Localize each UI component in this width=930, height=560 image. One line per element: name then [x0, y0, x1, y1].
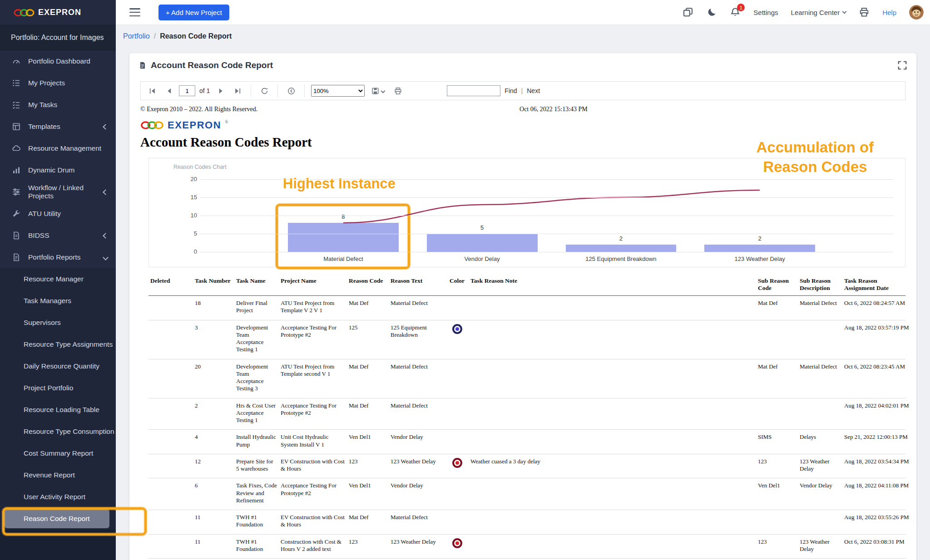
sidebar-item-resource-loading-table[interactable]: Resource Loading Table: [0, 399, 116, 421]
sidebar-item-project-portfolio[interactable]: Project Portfolio: [0, 377, 116, 399]
windows-icon[interactable]: [683, 7, 693, 18]
chart-bar: [704, 245, 815, 252]
y-axis-tick-label: 15: [153, 194, 197, 201]
sidebar-item-supervisors[interactable]: Supervisors: [0, 312, 116, 334]
cell-task-number: 18: [193, 296, 234, 320]
print-icon[interactable]: [859, 7, 870, 18]
chart-icon: [12, 166, 22, 175]
cell-reason-text: Vendor Delay: [389, 430, 448, 454]
breadcrumb-portfolio-link[interactable]: Portfolio: [123, 32, 150, 40]
first-page-button[interactable]: [145, 84, 159, 97]
cell-reason-text: Material Defect: [389, 398, 448, 430]
learning-center-dropdown[interactable]: Learning Center: [791, 9, 846, 16]
cell-task-reason-note: [469, 296, 756, 320]
sidebar-item-resource-type-consumption[interactable]: Resource Type Consumption: [0, 421, 116, 442]
cell-color: [448, 359, 469, 398]
chart-bar: [427, 234, 538, 252]
sidebar-item-daily-resource-quantity[interactable]: Daily Resource Quantity: [0, 355, 116, 377]
reason-color-indicator: [452, 538, 462, 548]
column-header-project-name: Project Name: [279, 275, 347, 296]
sidebar-item-dynamic-drum[interactable]: Dynamic Drum: [0, 159, 116, 181]
sidebar-item-label: Resource Management: [28, 144, 101, 152]
cell-sub-reason-description: Material Defect: [798, 296, 842, 320]
find-next-button[interactable]: Next: [527, 87, 540, 94]
bar-value-label: 2: [552, 235, 691, 242]
page-number-input[interactable]: [179, 85, 195, 96]
sidebar-item-label: Portfolio Reports: [28, 253, 80, 261]
dark-mode-moon-icon[interactable]: [706, 7, 717, 18]
app: EXEPRON Portfolio: Account for Images Po…: [0, 0, 930, 560]
find-text-input[interactable]: [447, 85, 500, 96]
sidebar-item-cost-summary-report[interactable]: Cost Summary Report: [0, 442, 116, 464]
last-page-button[interactable]: [231, 84, 244, 97]
cell-task-reason-note: [469, 398, 756, 430]
sidebar-item-task-managers[interactable]: Task Managers: [0, 290, 116, 312]
exepron-logo-icon: [140, 120, 164, 130]
y-axis-tick-label: 20: [153, 176, 197, 182]
cell-sub-reason-description: 123 Weather Delay: [798, 454, 842, 478]
sidebar-item-resource-type-assignments[interactable]: Resource Type Assignments: [0, 334, 116, 355]
sidebar-item-resource-management[interactable]: Resource Management: [0, 138, 116, 159]
export-button[interactable]: [368, 84, 388, 97]
sidebar-item-templates[interactable]: Templates: [0, 116, 116, 138]
sidebar-item-workflow-linked-projects[interactable]: Workflow / Linked Projects: [0, 181, 116, 203]
sidebar-item-label: Revenue Report: [24, 471, 75, 479]
sidebar-item-user-activity-report[interactable]: User Activity Report: [0, 486, 116, 508]
gridline: [200, 216, 893, 216]
table-row: 11TWH #1 FoundationEV Construction with …: [148, 510, 905, 535]
page-count-label: of 1: [199, 87, 210, 94]
zoom-select[interactable]: 100%: [311, 85, 365, 97]
sidebar-item-portfolio-reports[interactable]: Portfolio Reports: [0, 246, 116, 268]
reason-color-indicator: [452, 324, 462, 334]
sidebar-item-resource-manager[interactable]: Resource Manager: [0, 268, 116, 290]
accumulation-annotation: Accumulation of Reason Codes: [740, 138, 890, 177]
cell-reason-text: Material Defect: [389, 510, 448, 535]
cell-project-name: Acceptance Testing For Prototype #2: [279, 320, 347, 359]
sidebar-item-label: Reason Code Report: [24, 515, 90, 523]
cell-reason-code: 123: [347, 534, 389, 559]
gridline: [200, 234, 893, 234]
cell-sub-reason-code: SIMS: [756, 430, 798, 454]
cell-task-reason-note: [469, 534, 756, 559]
sidebar-item-portfolio-dashboard[interactable]: Portfolio Dashboard: [0, 50, 116, 72]
sidebar-item-atu-utility[interactable]: ATU Utility: [0, 203, 116, 225]
cell-reason-code: 123: [347, 454, 389, 478]
user-avatar[interactable]: [909, 5, 924, 20]
chevron-left-icon: [104, 231, 108, 240]
sidebar-item-my-projects[interactable]: My Projects: [0, 72, 116, 94]
menu-icon[interactable]: [129, 8, 140, 16]
sidebar-item-my-tasks[interactable]: My Tasks: [0, 94, 116, 116]
previous-page-button[interactable]: [162, 84, 176, 97]
print-report-button[interactable]: [391, 84, 405, 97]
cell-deleted: [148, 359, 193, 398]
settings-link[interactable]: Settings: [753, 9, 778, 16]
next-page-button[interactable]: [214, 84, 228, 97]
sidebar-item-revenue-report[interactable]: Revenue Report: [0, 464, 116, 486]
sidebar-logo[interactable]: EXEPRON: [0, 0, 116, 25]
help-link[interactable]: Help: [882, 9, 896, 16]
cell-color: [448, 398, 469, 430]
breadcrumb-current: Reason Code Report: [160, 32, 232, 40]
cell-task-reason-note: [469, 359, 756, 398]
report-icon: [12, 253, 22, 262]
accumulation-annotation-line2: Reason Codes: [740, 157, 890, 177]
add-new-project-button[interactable]: + Add New Project: [158, 5, 229, 20]
find-button[interactable]: Find: [505, 87, 517, 94]
bar-value-label: 2: [690, 235, 829, 242]
reason-code-table: DeletedTask NumberTask NameProject NameR…: [148, 275, 905, 559]
back-to-parent-report-button[interactable]: [284, 84, 298, 97]
exepron-logo-icon: [14, 8, 35, 17]
sidebar-item-label: Daily Resource Quantity: [24, 362, 99, 370]
sidebar-item-label: ATU Utility: [28, 210, 61, 218]
sidebar-item-bidss[interactable]: BIDSS: [0, 225, 116, 246]
y-axis-tick-label: 0: [153, 248, 197, 255]
cell-reason-text: Material Defect: [389, 296, 448, 320]
fullscreen-icon[interactable]: [897, 60, 907, 70]
column-header-sub-reason-code: Sub Reason Code: [756, 275, 798, 296]
notifications-bell-icon[interactable]: 1: [730, 7, 741, 18]
sidebar-item-label: Task Managers: [24, 297, 71, 305]
cell-task-name: Task Fixes, Code Review and Refinement: [234, 478, 279, 510]
refresh-button[interactable]: [257, 84, 271, 97]
sidebar-item-reason-code-report[interactable]: Reason Code Report: [5, 509, 109, 528]
column-header-reason-code: Reason Code: [347, 275, 389, 296]
